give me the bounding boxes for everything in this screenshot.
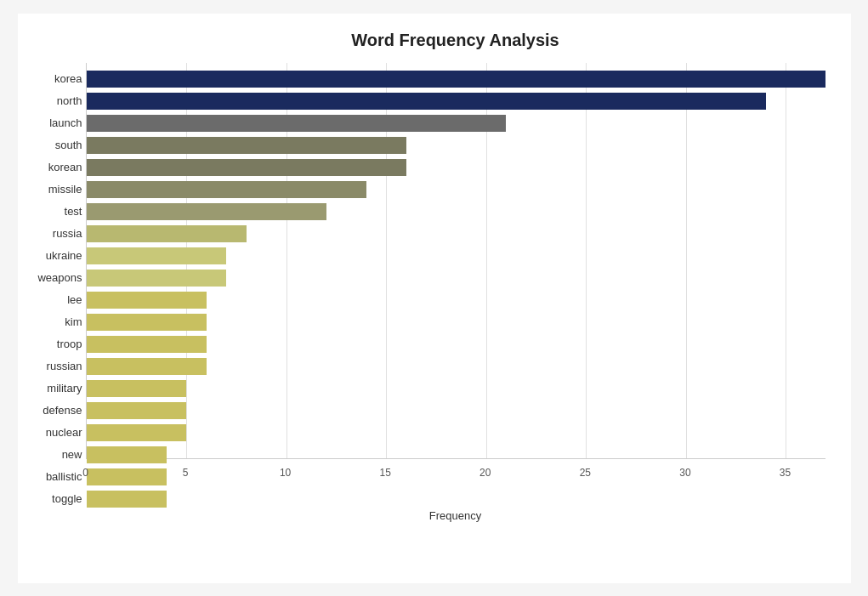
bar-row: weapons (87, 267, 825, 289)
x-tick-label-30: 30 (679, 467, 690, 479)
bar-ukraine (87, 247, 227, 264)
bar-row: troop (87, 333, 825, 355)
bar-troop (87, 336, 207, 353)
bar-label-russia: russia (14, 227, 82, 240)
bar-test (87, 203, 326, 220)
x-axis-title: Frequency (86, 509, 825, 522)
bar-label-north: north (14, 94, 82, 107)
bar-label-military: military (14, 382, 82, 394)
bar-label-launch: launch (14, 116, 82, 129)
bar-new (87, 446, 167, 463)
bar-row: korea (87, 68, 825, 90)
bar-military (87, 380, 187, 397)
bar-lee (87, 292, 207, 309)
bar-row: nuclear (87, 422, 825, 444)
bar-row: kim (87, 311, 825, 333)
chart-title: Word Frequency Analysis (86, 31, 825, 50)
bar-nuclear (87, 424, 187, 441)
bar-weapons (87, 270, 227, 287)
bar-label-russian: russian (14, 360, 82, 372)
bar-russian (87, 358, 207, 375)
bar-label-kim: kim (14, 315, 82, 328)
bar-label-korea: korea (14, 72, 82, 85)
bar-defense (87, 402, 187, 419)
x-tick-label-20: 20 (479, 467, 491, 479)
bar-row: lee (87, 289, 825, 311)
bar-row: russia (87, 223, 825, 245)
bar-missile (87, 181, 366, 198)
bar-label-ballistic: ballistic (14, 470, 82, 483)
x-tick-label-15: 15 (380, 467, 391, 479)
x-tick-label-35: 35 (780, 467, 791, 479)
x-tick-label-10: 10 (280, 467, 291, 479)
bar-north (87, 93, 766, 110)
bar-label-nuclear: nuclear (14, 426, 82, 439)
bar-row: military (87, 377, 825, 400)
bar-label-test: test (14, 205, 82, 218)
bar-label-toggle: toggle (14, 492, 82, 505)
x-tick-label-25: 25 (580, 467, 591, 479)
bar-row: launch (87, 112, 825, 134)
bar-row: korean (87, 156, 825, 179)
x-tick-label-5: 5 (183, 467, 189, 479)
bar-label-new: new (14, 448, 82, 461)
bar-korean (87, 159, 406, 176)
bar-south (87, 137, 406, 154)
bar-row: missile (87, 179, 825, 201)
chart-container: Word Frequency Analysis koreanorthlaunch… (18, 14, 851, 583)
bar-label-lee: lee (14, 293, 82, 306)
bar-row: test (87, 201, 825, 223)
bar-row: north (87, 90, 825, 112)
bar-label-weapons: weapons (14, 271, 82, 284)
bar-row: ukraine (87, 245, 825, 267)
bar-row: russian (87, 355, 825, 377)
bar-row: toggle (87, 488, 825, 510)
bar-label-troop: troop (14, 338, 82, 350)
bar-russia (87, 225, 247, 242)
bar-korea (87, 71, 825, 88)
chart-area: koreanorthlaunchsouthkoreanmissiletestru… (86, 63, 825, 522)
bar-row: defense (87, 400, 825, 422)
x-axis: 05101520253035 (86, 463, 825, 488)
bar-label-ukraine: ukraine (14, 249, 82, 262)
bar-toggle (87, 491, 167, 508)
bar-launch (87, 115, 507, 132)
bars-area: koreanorthlaunchsouthkoreanmissiletestru… (86, 63, 825, 459)
bar-label-missile: missile (14, 183, 82, 196)
bar-row: south (87, 134, 825, 156)
bar-label-korean: korean (14, 161, 82, 173)
bar-label-defense: defense (14, 404, 82, 417)
x-tick-label-0: 0 (82, 467, 88, 479)
bar-kim (87, 314, 207, 331)
bar-label-south: south (14, 139, 82, 151)
